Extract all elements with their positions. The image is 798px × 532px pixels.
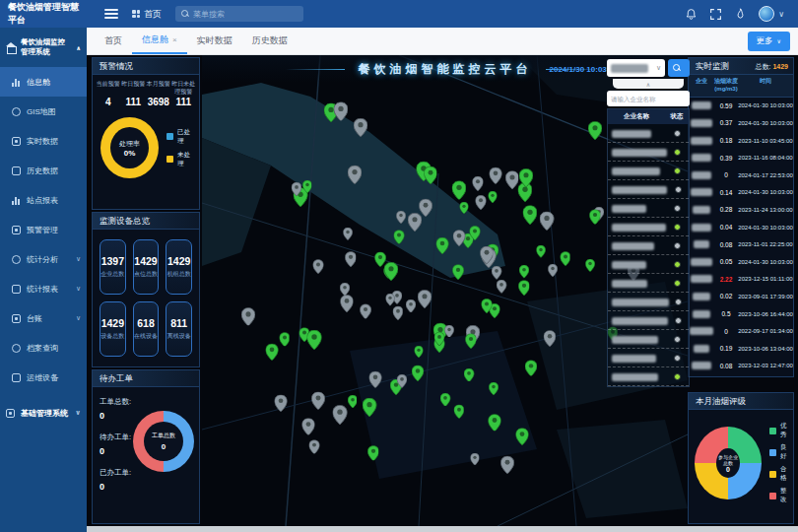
- sidebar-item-10[interactable]: 档案查询: [0, 333, 87, 363]
- enterprise-row[interactable]: [608, 255, 689, 274]
- map-pin-online[interactable]: [464, 367, 474, 385]
- map-pin-offline[interactable]: [386, 293, 395, 310]
- realtime-row[interactable]: 0.052024-01-30 10:03:00: [689, 253, 793, 271]
- map-pin-online[interactable]: [363, 397, 376, 420]
- map-pin-offline[interactable]: [313, 260, 324, 279]
- enterprise-row[interactable]: [608, 199, 689, 218]
- map-pin-online[interactable]: [384, 262, 398, 285]
- realtime-row[interactable]: 0.392023-11-16 08:04:00: [689, 149, 793, 166]
- map-pin-offline[interactable]: [480, 245, 493, 267]
- enterprise-row[interactable]: [608, 293, 689, 311]
- map-pin-offline[interactable]: [490, 166, 502, 187]
- map-pin-online[interactable]: [453, 404, 464, 422]
- realtime-row[interactable]: 0.182023-11-10 03:45:00: [689, 132, 793, 150]
- hamburger-menu-icon[interactable]: [104, 9, 118, 19]
- enterprise-row[interactable]: [608, 180, 689, 199]
- realtime-row[interactable]: 0.592024-01-30 10:03:00: [689, 98, 793, 115]
- realtime-row[interactable]: 0.372024-01-30 10:03:00: [689, 114, 793, 132]
- collapse-handle[interactable]: ∧: [613, 79, 684, 89]
- map-pin-offline[interactable]: [333, 405, 348, 429]
- map-pin-offline[interactable]: [543, 330, 555, 351]
- enterprise-row[interactable]: [608, 311, 689, 330]
- map-pin-offline[interactable]: [301, 418, 314, 439]
- enterprise-row[interactable]: [608, 143, 689, 162]
- enterprise-row[interactable]: [608, 124, 689, 143]
- map-pin-offline[interactable]: [274, 394, 287, 415]
- map-pin-offline[interactable]: [444, 323, 454, 341]
- realtime-row[interactable]: 0.082023-11-01 22:25:00: [689, 235, 793, 253]
- map-pin-online[interactable]: [560, 251, 570, 270]
- map-pin-online[interactable]: [266, 344, 279, 365]
- map-pin-offline[interactable]: [418, 290, 432, 312]
- sidebar-item-8[interactable]: 统计报表∨: [0, 274, 87, 303]
- sidebar-item-11[interactable]: 运维设备: [0, 363, 87, 392]
- sidebar-item-9[interactable]: 台账∨: [0, 303, 87, 333]
- map-pin-online[interactable]: [489, 381, 499, 399]
- map-pin-offline[interactable]: [361, 303, 371, 322]
- notification-icon[interactable]: [685, 8, 698, 21]
- map-pin-online[interactable]: [489, 189, 498, 207]
- map-pin-online[interactable]: [523, 206, 538, 230]
- map-pin-online[interactable]: [306, 330, 321, 354]
- map-pin-offline[interactable]: [540, 212, 554, 234]
- map-pin-offline[interactable]: [473, 176, 484, 195]
- sidebar-item-5[interactable]: 站点报表: [0, 185, 87, 215]
- realtime-row[interactable]: 02024-01-17 22:53:00: [689, 166, 793, 184]
- map-pin-online[interactable]: [469, 226, 480, 244]
- area-select[interactable]: ∨: [607, 59, 665, 77]
- map-pin-online[interactable]: [394, 230, 405, 248]
- map-pin-online[interactable]: [588, 121, 602, 144]
- map-pin-offline[interactable]: [470, 451, 479, 469]
- sidebar-item-4[interactable]: 历史数据: [0, 156, 87, 185]
- map-pin-offline[interactable]: [241, 307, 255, 330]
- map-pin-online[interactable]: [515, 429, 528, 450]
- menu-search-input[interactable]: [193, 10, 298, 19]
- enterprise-search-input[interactable]: [611, 96, 686, 102]
- map-pin-online[interactable]: [488, 414, 500, 435]
- more-button[interactable]: 更多 ∨: [748, 32, 790, 51]
- map-pin-online[interactable]: [412, 366, 424, 385]
- map-pin-online[interactable]: [440, 392, 450, 410]
- realtime-row[interactable]: 2.222023-12-15 01:11:00: [689, 271, 793, 289]
- map-pin-online[interactable]: [452, 181, 466, 204]
- realtime-row[interactable]: 0.282023-11-24 13:00:00: [689, 201, 793, 219]
- map-pin-offline[interactable]: [340, 282, 350, 299]
- enterprise-row[interactable]: [608, 274, 689, 293]
- menu-search[interactable]: [175, 6, 303, 22]
- map-pin-offline[interactable]: [548, 263, 558, 281]
- sidebar-item-6[interactable]: 预警管理: [0, 215, 87, 244]
- map-pin-offline[interactable]: [333, 102, 347, 125]
- map-pin-online[interactable]: [525, 360, 537, 379]
- map-pin-online[interactable]: [537, 244, 546, 262]
- nav-home[interactable]: 首页: [132, 8, 162, 21]
- fullscreen-icon[interactable]: [709, 8, 722, 21]
- realtime-row[interactable]: 0.042024-01-30 10:03:00: [689, 219, 793, 236]
- map-pin-offline[interactable]: [345, 252, 357, 272]
- map-pin-offline[interactable]: [369, 370, 382, 391]
- map-pin-online[interactable]: [519, 168, 533, 191]
- realtime-row[interactable]: 02022-09-17 01:34:00: [689, 322, 793, 340]
- map-pin-online[interactable]: [589, 210, 600, 229]
- map-pin-offline[interactable]: [354, 118, 367, 141]
- enterprise-row[interactable]: [608, 236, 689, 255]
- enterprise-row[interactable]: [608, 218, 689, 236]
- map-pin-offline[interactable]: [406, 299, 416, 316]
- map-pin-online[interactable]: [518, 281, 530, 300]
- map-pin-online[interactable]: [436, 237, 449, 258]
- map-pin-offline[interactable]: [311, 391, 325, 413]
- realtime-row[interactable]: 0.142024-01-30 10:03:00: [689, 184, 793, 202]
- enterprise-row[interactable]: [608, 330, 689, 349]
- map-pin-offline[interactable]: [501, 456, 514, 478]
- map-pin-online[interactable]: [302, 179, 312, 197]
- enterprise-row[interactable]: [608, 349, 689, 367]
- realtime-row[interactable]: 0.52023-10-06 16:44:00: [689, 305, 793, 323]
- map-pin-online[interactable]: [415, 344, 424, 362]
- sidebar-item-12[interactable]: 基础管理系统∨: [0, 398, 87, 428]
- map-pin-online[interactable]: [452, 264, 464, 284]
- map-pin-offline[interactable]: [309, 439, 320, 457]
- map-pin-offline[interactable]: [476, 195, 487, 214]
- sidebar-item-2[interactable]: GIS地图: [0, 97, 87, 126]
- realtime-row[interactable]: 0.022023-09-01 17:39:00: [689, 288, 793, 305]
- tab-2[interactable]: 信息舱×: [132, 28, 187, 54]
- map-pin-online[interactable]: [279, 332, 290, 351]
